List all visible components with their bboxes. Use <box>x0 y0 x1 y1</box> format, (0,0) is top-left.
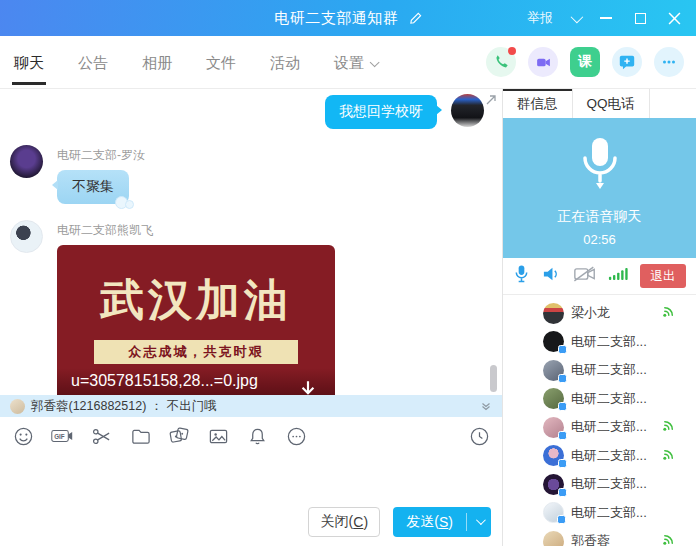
message-list: 我想回学校呀 电研二支部-罗汝 不聚集 <box>0 89 502 395</box>
incoming-bubble[interactable]: 不聚集 <box>57 170 129 204</box>
member-row[interactable]: 电研二支部... <box>503 328 696 357</box>
voice-controls: 退出 <box>503 258 696 295</box>
titlebar-chevron-down-icon[interactable] <box>571 10 584 23</box>
report-button[interactable]: 举报 <box>527 9 553 27</box>
member-avatar <box>543 417 564 438</box>
clock-icon <box>469 426 490 447</box>
remind-button[interactable] <box>246 425 268 447</box>
member-avatar <box>543 303 564 324</box>
image-message[interactable]: 武汉加油 众志成城，共克时艰 u=3057815158,28...=0.jpg … <box>57 245 335 395</box>
mic-icon <box>513 264 530 284</box>
image-headline: 武汉加油 <box>57 271 335 330</box>
popout-icon[interactable] <box>485 92 497 110</box>
new-topic-button[interactable] <box>612 47 642 77</box>
tab-album[interactable]: 相册 <box>140 39 174 85</box>
video-call-button[interactable] <box>528 47 558 77</box>
maximize-button[interactable] <box>632 10 648 26</box>
member-avatar <box>543 474 564 495</box>
microphone-icon <box>575 134 625 200</box>
speaker-toggle-button[interactable] <box>542 265 561 287</box>
tab-group-info[interactable]: 群信息 <box>503 89 573 118</box>
tab-settings[interactable]: 设置 <box>332 39 378 85</box>
notification-separator: ： <box>150 398 163 415</box>
image-filename: u=3057815158,28...=0.jpg <box>71 372 258 390</box>
minimize-button[interactable] <box>598 10 614 26</box>
tab-qq-call[interactable]: QQ电话 <box>573 89 650 118</box>
voice-status-text: 正在语音聊天 <box>558 208 642 226</box>
mobile-online-badge <box>558 431 567 440</box>
member-row[interactable]: 电研二支部... <box>503 442 696 471</box>
mic-toggle-button[interactable] <box>513 264 530 288</box>
send-button-label[interactable]: 发送(S) <box>393 507 466 537</box>
member-list: 梁小龙 电研二支部... 电研二支部... 电研二支部... <box>503 295 696 546</box>
phone-icon <box>493 54 510 71</box>
mobile-online-badge <box>558 459 567 468</box>
history-button[interactable] <box>468 425 490 447</box>
voice-call-timer: 02:56 <box>583 232 616 247</box>
member-avatar <box>543 331 564 352</box>
network-quality-indicator <box>608 266 628 286</box>
gif-button[interactable]: GIF <box>51 425 73 447</box>
input-toolbar: GIF <box>0 417 502 455</box>
voice-call-button[interactable] <box>486 47 516 77</box>
avatar-self[interactable] <box>451 94 484 127</box>
scissors-icon <box>91 426 112 447</box>
title-bar: 电研二支部通知群 举报 <box>0 0 696 36</box>
edit-title-icon[interactable] <box>409 11 422 28</box>
folder-icon <box>130 426 151 447</box>
speaking-indicator-icon <box>662 447 676 465</box>
member-row[interactable]: 电研二支部... <box>503 385 696 414</box>
member-row[interactable]: 电研二支部... <box>503 356 696 385</box>
exit-call-button[interactable]: 退出 <box>640 264 686 288</box>
member-row[interactable]: 电研二支部... <box>503 413 696 442</box>
gif-icon: GIF <box>51 426 73 446</box>
camera-toggle-button[interactable] <box>573 265 597 287</box>
tab-activity[interactable]: 活动 <box>268 39 302 85</box>
outgoing-bubble[interactable]: 我想回学校呀 <box>325 95 437 129</box>
voice-chat-panel: 正在语音聊天 02:56 <box>503 118 696 258</box>
more-actions-button[interactable] <box>654 47 684 77</box>
notification-text: 不出门哦 <box>167 398 217 415</box>
close-chat-button[interactable]: 关闭(C) <box>308 507 380 537</box>
notification-sender: 郭香蓉(1216882512) <box>31 398 146 415</box>
emoji-button[interactable] <box>12 425 34 447</box>
picture-button[interactable] <box>207 425 229 447</box>
right-panel: 群信息 QQ电话 正在语音聊天 02:56 <box>503 89 696 546</box>
member-avatar <box>543 502 564 523</box>
tab-announcement[interactable]: 公告 <box>76 39 110 85</box>
message-input[interactable] <box>0 455 502 497</box>
ellipsis-icon <box>660 53 678 71</box>
tab-files[interactable]: 文件 <box>204 39 238 85</box>
mobile-online-badge <box>558 345 567 354</box>
member-row[interactable]: 电研二支部... <box>503 470 696 499</box>
send-options-button[interactable] <box>467 507 491 537</box>
avatar-guoxiangrong-small <box>10 399 25 414</box>
class-button[interactable]: 课 <box>570 47 600 77</box>
tab-chat[interactable]: 聊天 <box>12 39 46 85</box>
avatar-xiongkaifei[interactable] <box>10 220 43 253</box>
minimize-icon <box>600 17 612 19</box>
outgoing-message: 我想回学校呀 <box>0 94 502 129</box>
member-avatar <box>543 360 564 381</box>
more-tools-button[interactable] <box>285 425 307 447</box>
meme-button[interactable] <box>168 425 190 447</box>
file-button[interactable] <box>129 425 151 447</box>
close-button[interactable] <box>666 10 682 26</box>
member-avatar <box>543 388 564 409</box>
screenshot-button[interactable] <box>90 425 112 447</box>
speaking-indicator-icon <box>662 304 676 322</box>
right-panel-tabs: 群信息 QQ电话 <box>503 89 696 118</box>
mobile-online-badge <box>557 515 566 524</box>
collapse-notification-icon[interactable] <box>480 400 492 412</box>
send-button[interactable]: 发送(S) <box>393 507 491 537</box>
notification-strip[interactable]: 郭香蓉(1216882512) ： 不出门哦 <box>0 395 502 417</box>
member-row[interactable]: 郭香蓉 <box>503 527 696 546</box>
chat-scrollbar-thumb[interactable] <box>490 365 497 392</box>
speaking-indicator-icon <box>662 532 676 546</box>
avatar-luoru[interactable] <box>10 145 43 178</box>
maximize-icon <box>635 13 646 24</box>
member-row[interactable]: 电研二支部... <box>503 499 696 528</box>
download-button[interactable] <box>295 378 321 395</box>
member-row[interactable]: 梁小龙 <box>503 299 696 328</box>
member-avatar <box>543 445 564 466</box>
